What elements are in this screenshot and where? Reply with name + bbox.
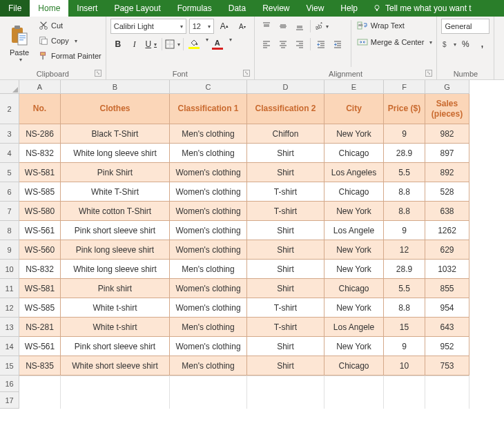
cell[interactable]: Chicago	[324, 182, 384, 202]
row-header[interactable]: 3	[0, 124, 19, 144]
cell[interactable]: T-shirt	[247, 318, 324, 337]
tab-view[interactable]: View	[298, 0, 333, 17]
cell[interactable]: Women's clothing	[170, 163, 247, 182]
cell[interactable]: Pink Shirt	[61, 163, 170, 182]
row-header[interactable]: 2	[0, 94, 19, 124]
align-right-button[interactable]	[292, 37, 307, 52]
cell[interactable]: 10	[384, 356, 425, 376]
cell[interactable]: 28.9	[384, 260, 425, 279]
orientation-button[interactable]: ab▾	[313, 19, 329, 34]
dialog-launcher-icon[interactable]: ⤡	[425, 70, 432, 77]
column-header[interactable]: E	[324, 80, 384, 94]
cell[interactable]	[61, 376, 170, 392]
select-all-corner[interactable]	[0, 80, 19, 94]
cell[interactable]	[324, 392, 384, 409]
column-header[interactable]: G	[425, 80, 469, 94]
comma-format-button[interactable]: ,	[474, 37, 490, 52]
row-header[interactable]: 17	[0, 392, 19, 409]
cell[interactable]: 643	[425, 318, 469, 337]
tab-review[interactable]: Review	[254, 0, 298, 17]
column-header[interactable]: B	[61, 80, 170, 94]
cell[interactable]: NS-832	[19, 144, 61, 163]
cell[interactable]: White long sleeve shirt	[61, 260, 170, 279]
cell[interactable]: No.	[19, 94, 61, 124]
cell[interactable]: Shirt	[247, 356, 324, 376]
cell[interactable]: Black T-Shirt	[61, 124, 170, 144]
cell[interactable]: T-shirt	[247, 182, 324, 202]
cell[interactable]	[170, 392, 247, 409]
cell[interactable]: Men's clothing	[170, 124, 247, 144]
align-top-button[interactable]	[259, 19, 274, 34]
row-header[interactable]: 16	[0, 376, 19, 392]
tab-data[interactable]: Data	[220, 0, 254, 17]
cell[interactable]: WS-585	[19, 182, 61, 202]
cell[interactable]: NS-286	[19, 124, 61, 144]
cell[interactable]: 9	[384, 337, 425, 356]
cell[interactable]: 897	[425, 144, 469, 163]
cut-button[interactable]: Cut	[39, 19, 101, 32]
cell[interactable]: Women's clothing	[170, 337, 247, 356]
dialog-launcher-icon[interactable]: ⤡	[95, 70, 101, 77]
cell[interactable]: 5.5	[384, 279, 425, 298]
cell[interactable]: Shirt	[247, 337, 324, 356]
cell[interactable]: 9	[384, 221, 425, 240]
cell[interactable]: Women's clothing	[170, 202, 247, 221]
cell[interactable]: White t-shirt	[61, 318, 170, 337]
cell[interactable]	[61, 392, 170, 409]
row-header[interactable]: 9	[0, 240, 19, 260]
cell[interactable]: Classification 1	[170, 94, 247, 124]
cell[interactable]: Women's clothing	[170, 182, 247, 202]
cell[interactable]: Men's clothing	[170, 356, 247, 376]
row-header[interactable]: 5	[0, 163, 19, 182]
increase-font-button[interactable]: A▴	[217, 19, 232, 34]
cell[interactable]: 528	[425, 182, 469, 202]
cell[interactable]: 954	[425, 298, 469, 318]
cell[interactable]: Pink short sleeve shirt	[61, 337, 170, 356]
cell[interactable]: Men's clothing	[170, 260, 247, 279]
row-header[interactable]: 13	[0, 318, 19, 337]
borders-button[interactable]: ▾	[165, 37, 180, 52]
cell[interactable]: T-shirt	[247, 298, 324, 318]
cell[interactable]: Los Angele	[324, 318, 384, 337]
cell[interactable]: WS-580	[19, 202, 61, 221]
cell[interactable]: 638	[425, 202, 469, 221]
tab-insert[interactable]: Insert	[68, 0, 106, 17]
dialog-launcher-icon[interactable]: ⤡	[243, 70, 250, 77]
cell[interactable]: Pink shirt	[61, 279, 170, 298]
cell[interactable]: WS-581	[19, 163, 61, 182]
cell[interactable]: White short sleeve shirt	[61, 356, 170, 376]
row-header[interactable]: 4	[0, 144, 19, 163]
cell[interactable]: Chicago	[324, 356, 384, 376]
cell[interactable]: 892	[425, 163, 469, 182]
cell[interactable]: 9	[384, 124, 425, 144]
copy-button[interactable]: Copy ▾	[39, 34, 101, 48]
cell[interactable]: 855	[425, 279, 469, 298]
cell[interactable]: White long sleeve shirt	[61, 144, 170, 163]
cell[interactable]: New York	[324, 202, 384, 221]
cell[interactable]	[170, 376, 247, 392]
cell[interactable]: 8.8	[384, 182, 425, 202]
cell[interactable]: T-shirt	[247, 202, 324, 221]
row-header[interactable]: 12	[0, 298, 19, 318]
tab-home[interactable]: Home	[30, 0, 68, 17]
cell[interactable]: Chicago	[324, 144, 384, 163]
align-bottom-button[interactable]	[292, 19, 307, 34]
row-header[interactable]: 11	[0, 279, 19, 298]
italic-button[interactable]: I	[127, 37, 142, 52]
cell[interactable]: Los Angele	[324, 221, 384, 240]
cell[interactable]: New York	[324, 240, 384, 260]
cell[interactable]: Shirt	[247, 144, 324, 163]
font-color-button[interactable]: A	[210, 37, 225, 52]
cell[interactable]: Women's clothing	[170, 221, 247, 240]
row-header[interactable]: 10	[0, 260, 19, 279]
cell[interactable]: WS-581	[19, 279, 61, 298]
cell[interactable]: Los Angeles	[324, 163, 384, 182]
format-painter-button[interactable]: Format Painter	[39, 49, 101, 63]
cell[interactable]: WS-561	[19, 221, 61, 240]
cell[interactable]: 5.5	[384, 163, 425, 182]
cell[interactable]: 753	[425, 356, 469, 376]
tab-formulas[interactable]: Formulas	[169, 0, 220, 17]
percent-format-button[interactable]: %	[458, 37, 473, 52]
tab-file[interactable]: File	[0, 0, 30, 17]
column-header[interactable]: C	[170, 80, 247, 94]
